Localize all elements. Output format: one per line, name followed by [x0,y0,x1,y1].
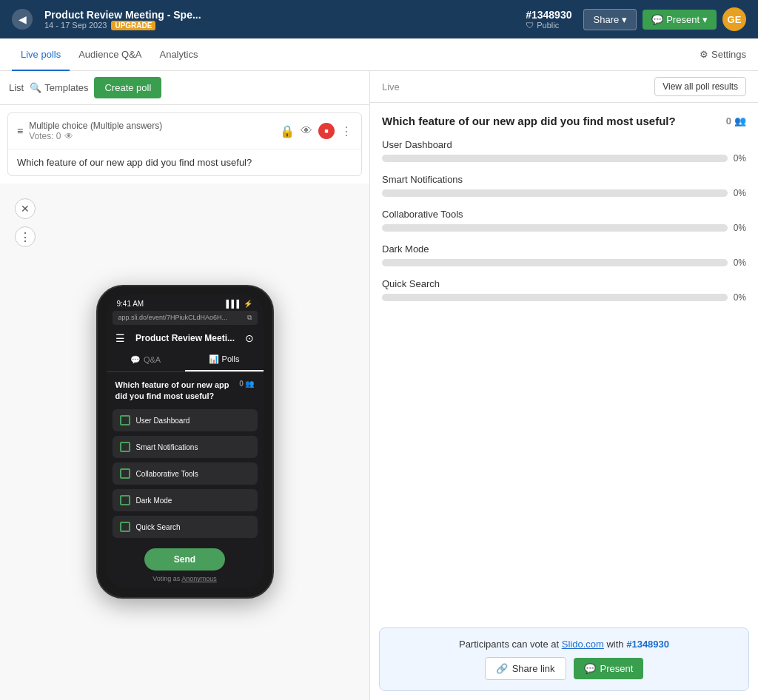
create-poll-button[interactable]: Create poll [94,77,161,98]
phone-frame: 9:41 AM ▌▌▌ ⚡ app.sli.do/event/7HPiukCLd… [96,285,274,599]
user-avatar[interactable]: GE [722,7,746,31]
poll-card: ≡ Multiple choice (Multiple answers) Vot… [7,112,362,176]
phone-more-button[interactable]: ⋮ [15,226,36,247]
results-area: Which feature of our new app did you fin… [370,103,758,619]
slido-domain-link[interactable]: Slido.com [562,639,604,650]
event-id-block: #1348930 🛡 Public [526,9,571,30]
lock-icon[interactable]: 🔒 [280,124,295,138]
phone-checkbox-2[interactable] [120,442,130,452]
right-toolbar: Live View all poll results [370,71,758,103]
phone-tab-qa[interactable]: 💬 Q&A [107,349,185,371]
meeting-subtitle: 14 - 17 Sep 2023 UPGRADE [44,21,514,30]
phone-tab-polls[interactable]: 📊 Polls [185,349,264,371]
bottom-share-bar: Participants can vote at Slido.com with … [379,627,749,691]
phone-app-header: ☰ Product Review Meeti... ⊙ [107,328,264,349]
live-label: Live [382,81,400,92]
phone-close-button[interactable]: ✕ [15,198,36,219]
polls-icon: 📊 [209,354,219,364]
result-pct-2: 0% [734,188,746,198]
qa-icon: 💬 [130,355,141,365]
search-icon: 🔍 [30,82,41,93]
event-id: #1348930 [526,9,571,21]
chevron-down-icon: ▾ [702,14,708,25]
copy-icon[interactable]: ⧉ [247,314,252,322]
phone-poll-question: Which feature of our new app did you fin… [107,372,264,407]
tab-analytics[interactable]: Analytics [150,38,207,71]
poll-card-actions: 🔒 👁 ■ ⋮ [280,123,352,139]
share-button[interactable]: Share ▾ [583,9,637,30]
phone-menu-icon[interactable]: ☰ [115,332,125,344]
phone-option-3[interactable]: Collaborative Tools [113,462,258,485]
nav-tabs: Live polls Audience Q&A Analytics ⚙ Sett… [0,38,758,71]
phone-option-2[interactable]: Smart Notifications [113,436,258,458]
upgrade-badge[interactable]: UPGRADE [111,21,155,30]
result-item-2: Smart Notifications 0% [382,174,746,198]
back-button[interactable]: ◀ [12,9,33,30]
phone-url-bar: app.sli.do/event/7HPiukCLdHAo6H... ⧉ [113,311,258,325]
share-link-button[interactable]: 🔗 Share link [485,657,566,680]
results-vote-count: 0 👥 [726,115,746,127]
stop-button[interactable]: ■ [318,123,335,139]
share-actions: 🔗 Share link 💬 Present [392,657,737,680]
result-bar-row-2: 0% [382,188,746,198]
phone-checkbox-4[interactable] [120,495,130,505]
people-icon: 👥 [734,115,746,127]
result-bar-track-3 [382,224,728,232]
phone-nav: 💬 Q&A 📊 Polls [107,349,264,372]
settings-link[interactable]: ⚙ Settings [700,49,746,60]
tab-live-polls[interactable]: Live polls [12,38,70,71]
preview-icon[interactable]: 👁 [301,124,312,138]
present-bottom-button[interactable]: 💬 Present [574,658,644,679]
result-item-3: Collaborative Tools 0% [382,209,746,233]
shield-icon: 🛡 [526,21,534,30]
result-pct-3: 0% [734,223,746,233]
back-icon: ◀ [19,13,27,25]
more-options-icon[interactable]: ⋮ [341,124,352,138]
result-item-4: Dark Mode 0% [382,243,746,268]
poll-type-label: Multiple choice (Multiple answers) [29,121,274,131]
poll-question-text: Which feature of our new app did you fin… [8,149,361,175]
left-panel: List 🔍 Templates Create poll ≡ Multiple … [0,71,370,700]
visibility-status: 🛡 Public [526,21,571,30]
share-code: #1348930 [626,639,669,650]
result-bar-row-4: 0% [382,258,746,268]
phone-option-4[interactable]: Dark Mode [113,489,258,511]
phone-send-button[interactable]: Send [144,548,225,571]
phone-anon-link[interactable]: Anonymous [181,575,217,582]
share-instructions: Participants can vote at Slido.com with … [392,639,737,650]
present-icon: 💬 [651,14,663,25]
tab-audience-qa[interactable]: Audience Q&A [70,38,150,71]
right-panel: Live View all poll results Which feature… [370,71,758,700]
result-bar-track-4 [382,259,728,266]
header-actions: Share ▾ 💬 Present ▾ GE [583,7,746,31]
phone-user-icon[interactable]: ⊙ [245,332,254,344]
poll-votes: Votes: 0 👁 [29,131,274,141]
chevron-down-icon: ▾ [622,14,627,25]
phone-option-5[interactable]: Quick Search [113,516,258,538]
phone-preview-container: ✕ ⋮ 9:41 AM ▌▌▌ ⚡ app.sli.do/event/7HPiu… [0,184,369,700]
templates-button[interactable]: 🔍 Templates [30,82,88,93]
result-label-3: Collaborative Tools [382,209,746,220]
phone-signal-icons: ▌▌▌ ⚡ [226,300,252,308]
poll-card-header: ≡ Multiple choice (Multiple answers) Vot… [8,113,361,149]
present-button[interactable]: 💬 Present ▾ [643,10,717,30]
result-bar-row-3: 0% [382,223,746,233]
result-bar-track-2 [382,189,728,197]
date-range: 14 - 17 Sep 2023 [44,21,107,30]
result-label-4: Dark Mode [382,243,746,255]
phone-app-title: Product Review Meeti... [135,333,235,343]
poll-type-icon: ≡ [17,125,23,137]
result-bar-row-5: 0% [382,292,746,303]
eye-icon: 👁 [64,131,73,141]
phone-url-text: app.sli.do/event/7HPiukCLdHAo6H... [118,314,228,321]
phone-checkbox-5[interactable] [120,522,130,532]
phone-option-1[interactable]: User Dashboard [113,409,258,431]
result-pct-5: 0% [734,292,746,303]
result-bar-track-5 [382,294,728,301]
present-icon: 💬 [584,663,596,674]
results-question: Which feature of our new app did you fin… [382,115,746,127]
phone-checkbox-1[interactable] [120,415,130,425]
phone-checkbox-3[interactable] [120,468,130,479]
phone-status-bar: 9:41 AM ▌▌▌ ⚡ [107,295,264,309]
view-all-results-button[interactable]: View all poll results [654,77,746,96]
